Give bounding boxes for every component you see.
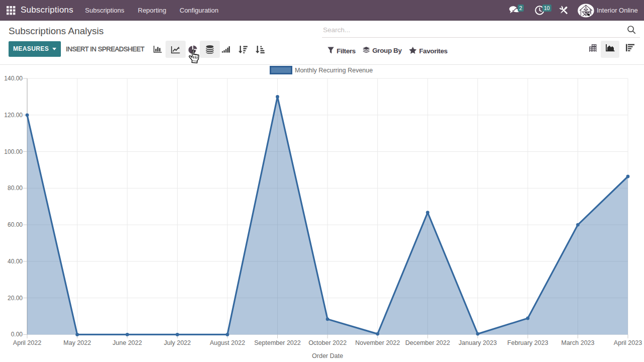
svg-text:October 2022: October 2022 xyxy=(308,339,347,346)
svg-text:40.00: 40.00 xyxy=(8,258,23,265)
svg-text:100.00: 100.00 xyxy=(4,148,23,155)
svg-text:January 2023: January 2023 xyxy=(459,339,497,346)
svg-text:0.00: 0.00 xyxy=(11,331,23,338)
svg-text:April 2023: April 2023 xyxy=(614,339,642,346)
svg-text:60.00: 60.00 xyxy=(8,221,23,228)
svg-text:Monthly Recurring Revenue: Monthly Recurring Revenue xyxy=(295,67,373,74)
svg-text:December 2022: December 2022 xyxy=(406,339,450,346)
svg-text:July 2022: July 2022 xyxy=(164,339,191,346)
svg-text:September 2022: September 2022 xyxy=(254,339,300,346)
svg-text:120.00: 120.00 xyxy=(4,112,23,119)
svg-text:April 2022: April 2022 xyxy=(13,339,41,346)
svg-text:May 2022: May 2022 xyxy=(63,339,91,346)
svg-text:June 2022: June 2022 xyxy=(113,339,142,346)
svg-text:20.00: 20.00 xyxy=(8,295,23,302)
svg-text:140.00: 140.00 xyxy=(4,75,23,82)
svg-text:March 2023: March 2023 xyxy=(561,339,594,346)
svg-text:November 2022: November 2022 xyxy=(355,339,400,346)
svg-text:80.00: 80.00 xyxy=(8,185,23,192)
svg-text:Order Date: Order Date xyxy=(312,352,343,359)
svg-text:August 2022: August 2022 xyxy=(210,339,245,346)
svg-text:February 2023: February 2023 xyxy=(507,339,548,346)
